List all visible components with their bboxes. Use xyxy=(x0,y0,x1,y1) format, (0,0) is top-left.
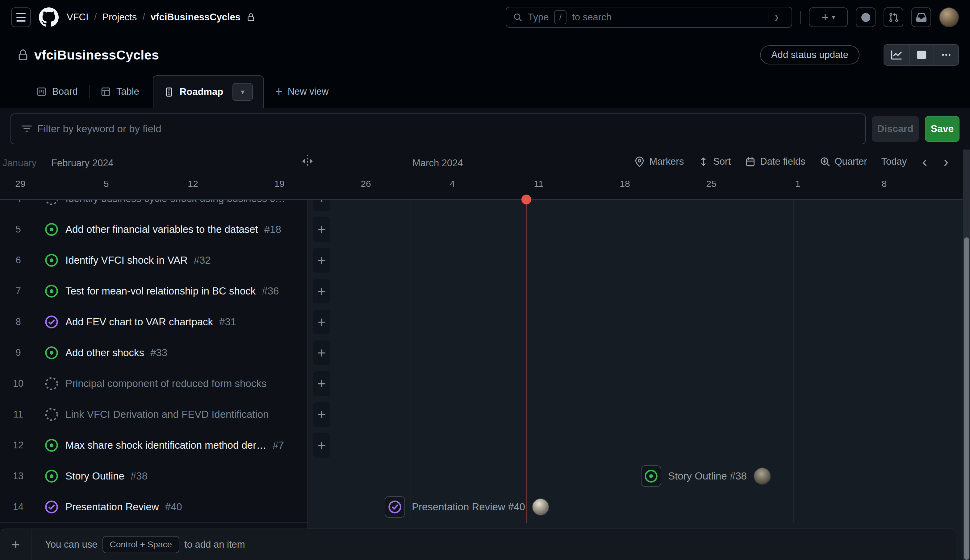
item-title[interactable]: Identify VFCI shock in VAR xyxy=(65,254,188,266)
row-number: 8 xyxy=(0,317,37,327)
item-title[interactable]: Max share shock identification method de… xyxy=(65,440,266,451)
issue-number: #31 xyxy=(219,316,236,328)
row-cell[interactable]: 9 Add other shocks #33 xyxy=(0,337,308,369)
item-title[interactable]: Principal component of reduced form shoc… xyxy=(65,378,266,390)
add-date-button[interactable]: + xyxy=(313,433,330,458)
row-cell[interactable]: 14 Presentation Review #40 xyxy=(0,492,308,523)
user-avatar[interactable] xyxy=(939,7,959,27)
breadcrumb-projects-link[interactable]: Projects xyxy=(102,12,137,23)
marker-pin-icon xyxy=(634,156,645,167)
github-logo-icon[interactable] xyxy=(39,7,59,27)
markers-button[interactable]: Markers xyxy=(634,156,684,167)
command-palette-icon[interactable]: ❯_ xyxy=(774,13,785,22)
side-panel-button[interactable] xyxy=(909,45,933,65)
view-options-button[interactable]: ▾ xyxy=(232,83,253,101)
timeline-item[interactable]: Presentation Review #40 xyxy=(385,496,549,518)
item-title[interactable]: Add other shocks xyxy=(65,347,144,358)
global-search-input[interactable]: Type / to search ❯_ xyxy=(506,7,792,28)
row-cell[interactable]: 10 Principal component of reduced form s… xyxy=(0,368,308,400)
row-cell[interactable]: 8 Add FEV chart to VAR chartpack xyxy=(0,307,308,338)
discard-button[interactable]: Discard xyxy=(872,116,919,142)
search-placeholder-suffix: to search xyxy=(572,12,612,23)
table-row: 7 Test for mean-vol relationship in BC s… xyxy=(0,276,963,307)
table-row: 5 Add other financial variables to the d… xyxy=(0,214,963,245)
tab-board[interactable]: Board xyxy=(27,86,87,97)
inbox-button[interactable] xyxy=(911,7,931,27)
project-menu-button[interactable] xyxy=(933,45,958,65)
insights-button[interactable] xyxy=(884,45,909,65)
item-rows: 4 Identify business cycle shock using bu… xyxy=(0,200,963,522)
chevron-down-icon: ▾ xyxy=(832,13,835,21)
assignee-avatar[interactable] xyxy=(532,498,549,516)
date-fields-button[interactable]: Date fields xyxy=(745,156,805,167)
item-title[interactable]: Identify business cycle shock using busi… xyxy=(65,200,285,205)
row-cell[interactable]: 7 Test for mean-vol relationship in BC s… xyxy=(0,276,308,307)
timeline-item[interactable]: Story Outline #38 xyxy=(641,465,771,487)
sort-button[interactable]: Sort xyxy=(698,156,731,167)
add-status-update-button[interactable]: Add status update xyxy=(760,45,860,65)
add-date-button[interactable]: + xyxy=(313,248,330,273)
save-button[interactable]: Save xyxy=(925,116,960,142)
table-resize-handle-icon[interactable] xyxy=(300,154,315,169)
issue-closed-icon xyxy=(44,315,59,329)
global-nav-menu-button[interactable] xyxy=(11,7,31,27)
add-date-button[interactable]: + xyxy=(313,402,330,427)
private-lock-icon xyxy=(247,13,255,22)
issue-opened-icon xyxy=(861,12,871,23)
item-title[interactable]: Story Outline xyxy=(65,470,124,482)
issue-number: #38 xyxy=(130,470,147,482)
row-cell[interactable]: 12 Max share shock identification method… xyxy=(0,430,308,461)
month-label: January xyxy=(2,158,37,169)
sort-icon xyxy=(698,156,709,167)
create-new-button[interactable]: + ▾ xyxy=(809,7,848,27)
breadcrumb-project-link[interactable]: vfciBusinessCycles xyxy=(151,12,241,23)
add-date-button[interactable]: + xyxy=(313,217,330,242)
add-item-plus-button[interactable]: + xyxy=(0,529,32,560)
roadmap-toolbar: Markers Sort Date fields Quarter Today xyxy=(634,155,950,169)
row-cell[interactable]: 13 Story Outline #38 xyxy=(0,461,308,492)
search-placeholder-prefix: Type xyxy=(528,12,549,23)
vertical-scrollbar-track[interactable] xyxy=(963,150,970,560)
new-view-button[interactable]: + New view xyxy=(264,85,340,98)
row-number: 12 xyxy=(0,440,37,451)
item-title[interactable]: Link VFCI Derivation and FEVD Identifica… xyxy=(65,408,269,420)
breadcrumb-org-link[interactable]: VFCI xyxy=(67,12,89,23)
tab-table[interactable]: Table xyxy=(91,86,149,97)
row-cell[interactable]: 11 Link VFCI Derivation and FEVD Identif… xyxy=(0,399,308,430)
add-item-bar: + You can use Control + Space to add an … xyxy=(0,528,957,560)
today-marker-dot[interactable] xyxy=(522,195,531,205)
filter-input[interactable] xyxy=(37,123,860,135)
row-number: 5 xyxy=(0,224,37,235)
scroll-right-button[interactable]: › xyxy=(943,155,950,169)
add-date-button[interactable]: + xyxy=(313,279,330,303)
month-label: February 2024 xyxy=(51,158,114,169)
assignee-avatar[interactable] xyxy=(754,467,771,485)
add-date-button[interactable]: + xyxy=(313,310,330,334)
filter-icon xyxy=(22,124,32,134)
timeline-date-ticks: 29 5 12 19 26 4 11 18 25 1 xyxy=(0,173,963,200)
zoom-level-button[interactable]: Quarter xyxy=(819,156,867,167)
issue-open-icon xyxy=(44,469,59,483)
item-title[interactable]: Presentation Review xyxy=(65,501,159,513)
vertical-scrollbar-thumb[interactable] xyxy=(964,237,969,560)
row-cell[interactable]: 5 Add other financial variables to the d… xyxy=(0,214,308,245)
filter-input-container xyxy=(10,113,866,144)
issues-button[interactable] xyxy=(856,7,876,27)
add-date-button[interactable]: + xyxy=(313,371,330,396)
row-cell[interactable]: 4 Identify business cycle shock using bu… xyxy=(0,200,308,215)
pull-requests-button[interactable] xyxy=(883,7,903,27)
today-button[interactable]: Today xyxy=(881,156,907,167)
row-cell[interactable]: 6 Identify VFCI shock in VAR #3 xyxy=(0,245,308,276)
scroll-left-button[interactable]: ‹ xyxy=(921,155,928,169)
item-title[interactable]: Test for mean-vol relationship in BC sho… xyxy=(65,285,256,297)
tab-roadmap-active[interactable]: Roadmap ▾ xyxy=(153,75,264,108)
add-date-button[interactable]: + xyxy=(313,200,330,211)
hint-suffix: to add an item xyxy=(184,539,245,550)
private-lock-icon xyxy=(17,49,29,61)
row-number: 7 xyxy=(0,285,37,297)
timeline-item-pill[interactable] xyxy=(385,496,405,518)
add-date-button[interactable]: + xyxy=(313,340,330,365)
item-title[interactable]: Add FEV chart to VAR chartpack xyxy=(65,316,213,328)
timeline-item-pill[interactable] xyxy=(641,465,661,487)
item-title[interactable]: Add other financial variables to the dat… xyxy=(65,223,258,235)
